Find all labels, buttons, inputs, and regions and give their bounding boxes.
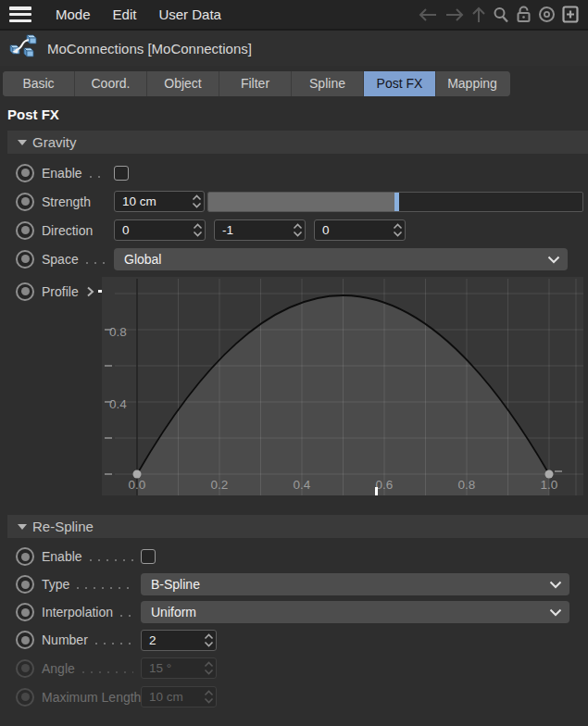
menu-item-mode[interactable]: Mode <box>44 6 102 22</box>
section-header-gravity[interactable]: Gravity <box>7 131 588 154</box>
gravity-rows: Enable Strength 10 cm Direction <box>0 154 588 495</box>
direction-label: Direction <box>42 223 93 238</box>
respline-number-row: Number 2 <box>0 626 588 654</box>
space-dropdown[interactable]: Global <box>114 248 568 270</box>
tab-bar: Basic Coord. Object Filter Spline Post F… <box>0 66 588 96</box>
menu-bar: Mode Edit User Data <box>0 0 588 31</box>
strength-slider[interactable] <box>207 192 583 212</box>
keyframe-dot-icon[interactable] <box>16 631 34 649</box>
type-label: Type <box>42 577 69 592</box>
dot-leader <box>89 169 106 182</box>
number-label: Number <box>42 632 88 647</box>
spinner-icon[interactable] <box>201 633 216 647</box>
page-title: Post FX <box>7 106 588 125</box>
dot-leader <box>119 607 133 620</box>
gravity-enable-checkbox[interactable] <box>114 166 129 181</box>
strength-label: Strength <box>42 194 91 209</box>
dot-leader <box>85 255 106 268</box>
keyframe-dot-icon[interactable] <box>16 193 34 211</box>
tab-spline[interactable]: Spline <box>292 71 364 96</box>
collapse-triangle-icon <box>18 140 27 145</box>
object-header: MoConnections [MoConnections] <box>0 31 588 66</box>
direction-z-input[interactable]: 0 <box>314 219 406 241</box>
tab-mapping[interactable]: Mapping <box>436 71 508 96</box>
svg-text:1.0: 1.0 <box>541 478 558 492</box>
position-marker[interactable] <box>375 487 378 495</box>
lock-icon[interactable] <box>516 6 532 23</box>
type-dropdown[interactable]: B-Spline <box>141 573 569 595</box>
slider-handle[interactable] <box>394 193 399 211</box>
respline-angle-row: Angle 15 ° <box>0 654 588 682</box>
keyframe-dot-icon[interactable] <box>16 282 34 301</box>
spline-point-start[interactable] <box>133 470 142 479</box>
direction-x-input[interactable]: 0 <box>114 219 206 241</box>
angle-input-disabled: 15 ° <box>141 657 217 679</box>
new-panel-icon[interactable] <box>562 6 579 23</box>
dot-leader <box>81 664 133 677</box>
enable-label: Enable <box>42 549 82 564</box>
nav-back-icon[interactable] <box>418 7 438 22</box>
keyframe-dot-icon[interactable] <box>16 221 34 240</box>
section-label: Gravity <box>32 134 77 150</box>
interpolation-dropdown[interactable]: Uniform <box>141 601 569 623</box>
strength-input[interactable]: 10 cm <box>114 191 205 212</box>
respline-enable-row: Enable <box>0 543 588 570</box>
spinner-icon[interactable] <box>189 194 204 208</box>
svg-text:0.4: 0.4 <box>294 478 311 492</box>
keyframe-dot-icon <box>16 688 34 707</box>
max-length-label: Maximum Length <box>42 690 141 705</box>
respline-interpolation-row: Interpolation Uniform <box>0 598 588 626</box>
svg-text:0.0: 0.0 <box>129 478 146 492</box>
section-header-respline[interactable]: Re-Spline <box>7 515 588 538</box>
respline-rows: Enable Type B-Spline Inter <box>0 538 588 711</box>
nav-forward-icon[interactable] <box>444 7 465 22</box>
nav-up-icon[interactable] <box>471 6 486 23</box>
svg-text:0.8: 0.8 <box>109 325 127 339</box>
dot-leader <box>76 580 133 593</box>
number-input[interactable]: 2 <box>141 630 217 651</box>
chevron-right-icon[interactable] <box>86 286 94 297</box>
keyframe-dot-icon[interactable] <box>16 603 34 621</box>
spline-point-end[interactable] <box>545 470 554 479</box>
svg-text:0.4: 0.4 <box>109 397 127 411</box>
tab-coord[interactable]: Coord. <box>75 71 147 96</box>
profile-spline-graph[interactable]: 0.8 0.4 0.0 0.2 0.4 0.6 0.8 1.0 <box>102 277 583 495</box>
gravity-space-row: Space Global <box>0 244 588 273</box>
keyframe-dot-icon <box>16 659 34 678</box>
interpolation-label: Interpolation <box>42 605 113 620</box>
respline-enable-checkbox[interactable] <box>141 549 156 564</box>
spinner-icon[interactable] <box>390 223 405 237</box>
keyframe-dot-icon[interactable] <box>16 164 34 182</box>
angle-label: Angle <box>42 661 75 676</box>
spinner-icon <box>201 661 216 675</box>
keyframe-dot-icon[interactable] <box>16 575 34 594</box>
svg-text:0.6: 0.6 <box>376 478 394 492</box>
keyframe-dot-icon[interactable] <box>16 250 34 269</box>
focus-icon[interactable] <box>538 6 556 23</box>
chevron-down-icon <box>549 604 562 620</box>
enable-label: Enable <box>42 166 82 181</box>
chevron-down-icon <box>547 251 560 268</box>
search-icon[interactable] <box>493 6 509 23</box>
tab-filter[interactable]: Filter <box>219 71 292 96</box>
spinner-icon[interactable] <box>290 223 305 237</box>
spinner-icon[interactable] <box>190 223 205 237</box>
respline-type-row: Type B-Spline <box>0 570 588 598</box>
menu-item-edit[interactable]: Edit <box>102 6 148 22</box>
attribute-manager-window: Mode Edit User Data M <box>0 0 588 726</box>
profile-label: Profile <box>42 284 79 299</box>
object-title: MoConnections [MoConnections] <box>47 41 252 56</box>
direction-y-input[interactable]: -1 <box>214 219 306 241</box>
collapse-triangle-icon <box>18 524 27 530</box>
hamburger-menu-icon[interactable] <box>9 6 31 22</box>
gravity-direction-row: Direction 0 -1 0 <box>0 216 588 244</box>
gravity-profile-row: Profile <box>0 277 588 495</box>
tab-post-fx[interactable]: Post FX <box>364 71 436 96</box>
respline-max-length-row: Maximum Length 10 cm <box>0 682 588 711</box>
menu-item-user-data[interactable]: User Data <box>147 6 232 22</box>
dot-leader <box>89 552 133 565</box>
svg-text:0.2: 0.2 <box>211 478 229 492</box>
keyframe-dot-icon[interactable] <box>16 547 34 566</box>
tab-basic[interactable]: Basic <box>3 71 75 96</box>
tab-object[interactable]: Object <box>147 71 219 96</box>
